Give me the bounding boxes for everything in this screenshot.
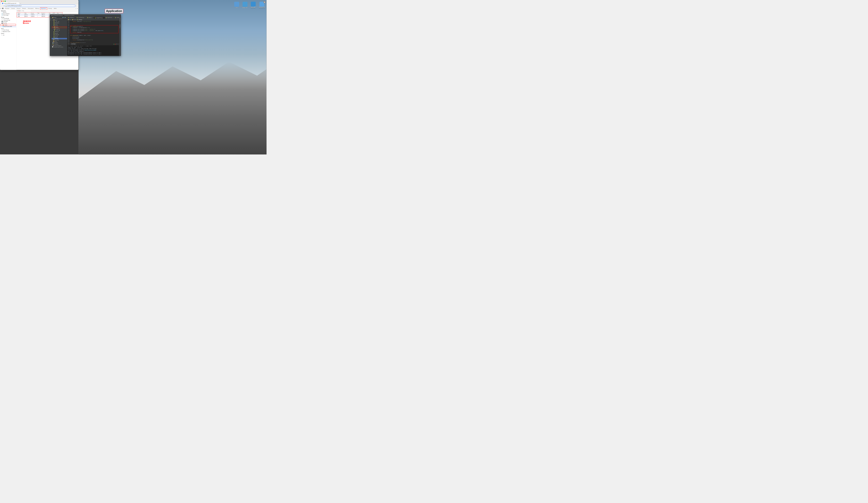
server-url-link[interactable]: http://127.0.0.1:8000/: [85, 50, 96, 51]
side-tab-structure[interactable]: 2: Structure: [120, 17, 121, 22]
annotation-send-request: 发送请求,获取cookie: [23, 20, 31, 24]
user-avatar[interactable]: [264, 1, 266, 3]
terminal-run-button[interactable]: ▶: [114, 43, 114, 45]
editor-tab-users-views[interactable]: 🐍 users/views.py ✕: [76, 17, 86, 19]
tab-elements[interactable]: Elements: [4, 8, 10, 10]
run-label: Run:: [68, 43, 70, 44]
file-tree-item-reqresp[interactable]: ▼📁reqresp: [52, 26, 67, 28]
sidebar-item-application-cache[interactable]: ≡≡ Application Cache: [0, 31, 16, 32]
cookie-domain-2: localhost: [30, 16, 37, 17]
cookie-path-2: /: [37, 16, 40, 17]
new-tab-button[interactable]: +: [19, 2, 22, 4]
terminal-toolbar: Run: ⚙️ manage ▶ ■ ⏸ ≡: [67, 43, 119, 45]
clear-storage-icon: 🗑️: [2, 14, 3, 16]
expand-arrow-session: ▶: [1, 20, 2, 20]
expand-arrow-local: ▶: [1, 18, 2, 19]
tab-memory[interactable]: Memory: [34, 8, 40, 10]
application-cache-icon: ≡≡: [2, 31, 3, 32]
editor-tab-reqresp-views[interactable]: 🐍 reqresp/views.py ✕: [94, 17, 105, 19]
bookmark-icon[interactable]: ☆: [74, 5, 75, 7]
close-button[interactable]: [1, 1, 2, 2]
sidebar-item-top[interactable]: ▶ □ top: [0, 34, 16, 36]
expand-arrow-cookies: ▼: [2, 24, 2, 25]
traffic-lights: [1, 1, 78, 2]
devtools-tab-bar: ⊡ 📱 Elements Console Sources Network Per…: [0, 7, 79, 10]
cookie-expires-2: 2018-08-...: [40, 16, 48, 17]
browser-tab-active[interactable]: localhost:8000/reqresp/cookf... ✕: [1, 2, 19, 4]
terminal-tab-manage[interactable]: ⚙️ manage: [71, 43, 76, 45]
desktop-icon-code[interactable]: code: [234, 2, 239, 8]
desktop: code django_002 django桌件 未命名文件夹: [0, 0, 266, 154]
filter-input[interactable]: [22, 10, 31, 12]
cache-storage-icon: ≡≡: [2, 30, 3, 30]
top-icon: □: [2, 34, 3, 35]
desktop-icon-django002[interactable]: django_002: [242, 2, 247, 8]
devtools-more-button[interactable]: ⋮: [75, 8, 76, 9]
code-area: return redirect('/reqresp/req') def cook…: [70, 20, 119, 43]
browser-menu-button[interactable]: ⋮: [76, 5, 78, 7]
devtools-toggle-button[interactable]: ⊡: [1, 8, 2, 9]
ide-titlebar: demo [~/Desktop/code/demo] – .../reqresp…: [50, 14, 121, 17]
cookies-icon: 🍪: [3, 24, 4, 25]
editor-tabs: 🐍 manage.py ✕ 🐍 users/views.py ✕ 🐍 apps.…: [67, 17, 119, 19]
tab-console[interactable]: Console: [10, 8, 16, 10]
tab-sources[interactable]: Sources: [16, 8, 21, 10]
address-bar[interactable]: 🔒 localhost:8000/reqresp/cookfunc/ ☆: [4, 5, 75, 7]
editor-tab-urls[interactable]: 🐍 reqresp/urls.py ✕: [114, 17, 119, 19]
clear-button[interactable]: 🚫: [18, 10, 20, 11]
tab-performance[interactable]: Performance: [27, 8, 34, 10]
file-tree: 📁 Project ⚙️ 🔧 ⚙️ — demo ~/Desktop/code/…: [52, 17, 67, 56]
back-button[interactable]: ‹: [1, 5, 1, 7]
code-content-area: 32333435363738394041424344454647484950 r…: [67, 20, 119, 43]
sidebar-item-localhost[interactable]: 🌐 http://localhost:8000: [0, 26, 16, 28]
tab-network[interactable]: Network: [21, 8, 27, 10]
code-editor: 🐍 manage.py ✕ 🐍 users/views.py ✕ 🐍 apps.…: [67, 17, 119, 56]
desktop-icon-django-desk[interactable]: django桌件: [251, 2, 256, 8]
file-tree-item-wsgi[interactable]: 🐍wsgi.py: [52, 25, 67, 26]
code-line-39: return response: [71, 31, 119, 33]
file-tree-item-scratches[interactable]: 📝Scratches and Consoles: [52, 46, 67, 48]
code-line-46: def getcookiefunc(request):: [71, 42, 119, 43]
side-tab-favorites[interactable]: 2: Favorites: [120, 24, 121, 29]
browser-tabs: localhost:8000/reqresp/cookf... ✕ +: [1, 2, 78, 4]
terminal-panel: Run: ⚙️ manage ▶ ■ ⏸ ≡: [67, 43, 119, 56]
tab-security[interactable]: Security: [48, 8, 53, 10]
editor-tab-manage[interactable]: 🐍 manage.py ✕: [67, 17, 76, 19]
ide-title-text: demo [~/Desktop/code/demo] – .../reqresp…: [51, 15, 74, 16]
indexeddb-icon: 🗄️: [2, 21, 3, 22]
terminal-scroll-button[interactable]: ≡: [118, 43, 119, 45]
web-sql-icon: 🗄️: [2, 23, 3, 23]
maximize-button[interactable]: [4, 1, 6, 2]
service-workers-icon: ⚙️: [2, 13, 3, 14]
editor-tab-apps[interactable]: 🐍 apps.py ✕: [86, 17, 94, 19]
forward-button[interactable]: ›: [2, 5, 2, 7]
ide-window: demo [~/Desktop/code/demo] – .../reqresp…: [50, 14, 121, 56]
refresh-button[interactable]: ↻: [17, 10, 18, 11]
editor-tab-response[interactable]: 🐍 response.py ✕: [105, 17, 114, 19]
sidebar-item-web-sql[interactable]: 🗄️ Web SQL: [0, 22, 16, 24]
terminal-content: Run `python manage.py migrate` to apply …: [67, 45, 119, 56]
desktop-icons: code django_002 django桌件 未命名文件夹: [234, 2, 265, 8]
lock-icon: 🔒: [6, 5, 7, 7]
tab-audits[interactable]: Audits: [53, 8, 58, 10]
minimize-button[interactable]: [3, 1, 4, 2]
sidebar-item-clear-storage[interactable]: 🗑️ Clear storage: [0, 14, 16, 16]
browser-chrome: localhost:8000/reqresp/cookf... ✕ +: [0, 0, 79, 4]
browser-toolbar: ‹ › ↻ 🔒 localhost:8000/reqresp/cookfunc/…: [0, 4, 79, 7]
cookie-name-2: 0002: [17, 16, 23, 17]
terminal-stop-button[interactable]: ■: [115, 43, 116, 45]
tab-close-icon[interactable]: ✕: [18, 3, 18, 4]
devtools-close-button[interactable]: ✕: [77, 8, 78, 9]
line-numbers: 32333435363738394041424344454647484950: [67, 20, 70, 43]
tab-application[interactable]: Application: [40, 8, 48, 10]
devtools-mobile-toggle[interactable]: 📱: [2, 8, 3, 9]
tab-favicon: [2, 3, 3, 4]
localhost-icon: 🌐: [3, 26, 4, 27]
delete-button[interactable]: ✕: [20, 10, 21, 11]
sidebar-item-cookies[interactable]: ▼ 🍪 Cookies: [0, 24, 16, 26]
reload-button[interactable]: ↻: [3, 5, 4, 7]
url-text: localhost:8000/reqresp/cookfunc/: [7, 5, 73, 7]
manifest-icon: 📄: [2, 12, 3, 12]
side-tab-project[interactable]: 1: Project: [50, 17, 51, 22]
terminal-pause-button[interactable]: ⏸: [116, 43, 117, 45]
